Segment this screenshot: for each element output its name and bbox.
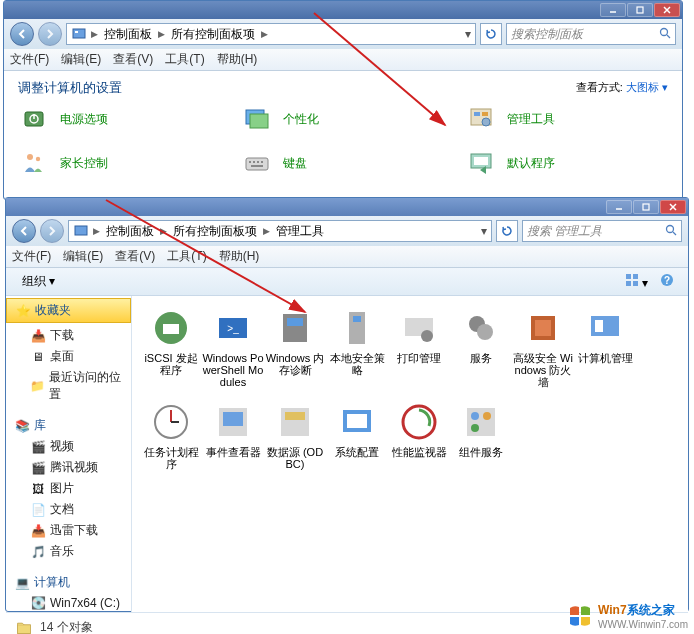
maximize-button[interactable] — [633, 200, 659, 214]
crumb-3[interactable]: 管理工具 — [274, 223, 326, 240]
svg-point-16 — [482, 118, 490, 126]
view-button[interactable]: ▾ — [619, 273, 654, 290]
svg-rect-35 — [633, 274, 638, 279]
file-item[interactable]: 事件查看器 — [202, 400, 264, 470]
svg-rect-47 — [353, 316, 361, 322]
file-item[interactable]: Windows 内存诊断 — [264, 306, 326, 388]
menu-edit[interactable]: 编辑(E) — [61, 51, 101, 68]
file-icon — [335, 400, 379, 444]
svg-rect-64 — [347, 414, 367, 428]
cp-item-personalize[interactable]: 个性化 — [241, 103, 444, 135]
personalize-icon — [241, 103, 273, 135]
menu-help[interactable]: 帮助(H) — [219, 248, 260, 265]
file-icon: >_ — [211, 306, 255, 350]
file-item[interactable]: 性能监视器 — [388, 400, 450, 470]
search-placeholder: 搜索控制面板 — [511, 26, 583, 43]
admintools-icon — [465, 103, 497, 135]
sidebar-item-music[interactable]: 🎵音乐 — [14, 541, 123, 562]
view-label: 查看方式: — [576, 81, 623, 93]
refresh-button[interactable] — [480, 23, 502, 45]
cp-item-keyboard[interactable]: 键盘 — [241, 147, 444, 179]
sidebar-item-desktop[interactable]: 🖥桌面 — [14, 346, 123, 367]
defaultprog-icon — [465, 147, 497, 179]
menu-tools[interactable]: 工具(T) — [167, 248, 206, 265]
file-item[interactable]: 本地安全策略 — [326, 306, 388, 388]
view-mode-link[interactable]: 大图标 ▾ — [626, 81, 668, 93]
forward-button[interactable] — [38, 22, 62, 46]
close-button[interactable] — [660, 200, 686, 214]
sidebar-item-downloads[interactable]: 📥下载 — [14, 325, 123, 346]
maximize-button[interactable] — [627, 3, 653, 17]
svg-rect-1 — [637, 7, 643, 13]
file-item[interactable]: 服务 — [450, 306, 512, 388]
svg-rect-53 — [535, 320, 551, 336]
file-item[interactable]: 任务计划程序 — [140, 400, 202, 470]
back-button[interactable] — [12, 219, 36, 243]
svg-point-6 — [661, 28, 668, 35]
refresh-button[interactable] — [496, 220, 518, 242]
menu-edit[interactable]: 编辑(E) — [63, 248, 103, 265]
menu-help[interactable]: 帮助(H) — [217, 51, 258, 68]
sidebar-item-videos[interactable]: 🎬视频 — [14, 436, 123, 457]
sidebar-item-tencent[interactable]: 🎬腾讯视频 — [14, 457, 123, 478]
cp-item-defaultprog[interactable]: 默认程序 — [465, 147, 668, 179]
status-text: 14 个对象 — [40, 619, 93, 634]
cp-item-power[interactable]: 电源选项 — [18, 103, 221, 135]
file-item[interactable]: 数据源 (ODBC) — [264, 400, 326, 470]
crumb-1[interactable]: 控制面板 — [102, 26, 154, 43]
cp-item-parental[interactable]: 家长控制 — [18, 147, 221, 179]
file-item[interactable]: 系统配置 — [326, 400, 388, 470]
cp-item-admintools[interactable]: 管理工具 — [465, 103, 668, 135]
view-mode-row: 查看方式: 大图标 ▾ — [576, 80, 668, 95]
file-item[interactable]: 组件服务 — [450, 400, 512, 470]
desktop-icon: 🖥 — [30, 349, 46, 365]
file-item[interactable]: iSCSI 发起程序 — [140, 306, 202, 388]
sb-label: 下载 — [50, 327, 74, 344]
menu-view[interactable]: 查看(V) — [113, 51, 153, 68]
breadcrumb[interactable]: ▶ 控制面板 ▶ 所有控制面板项 ▶ 管理工具 ▾ — [68, 220, 492, 242]
cp-label: 个性化 — [283, 111, 319, 128]
file-item[interactable]: 高级安全 Windows 防火墙 — [512, 306, 574, 388]
minimize-button[interactable] — [606, 200, 632, 214]
drive-icon: 💽 — [30, 595, 46, 611]
chevron-right-icon: ▶ — [93, 226, 100, 236]
minimize-button[interactable] — [600, 3, 626, 17]
address-bar: ▶ 控制面板 ▶ 所有控制面板项 ▶ ▾ 搜索控制面板 — [4, 19, 682, 49]
chevron-right-icon: ▶ — [160, 226, 167, 236]
close-button[interactable] — [654, 3, 680, 17]
file-icon — [459, 306, 503, 350]
sb-label: 迅雷下载 — [50, 522, 98, 539]
menu-view[interactable]: 查看(V) — [115, 248, 155, 265]
back-button[interactable] — [10, 22, 34, 46]
svg-point-18 — [36, 157, 40, 161]
breadcrumb[interactable]: ▶ 控制面板 ▶ 所有控制面板项 ▶ ▾ — [66, 23, 476, 45]
parental-icon — [18, 147, 50, 179]
menu-file[interactable]: 文件(F) — [12, 248, 51, 265]
search-input[interactable]: 搜索 管理工具 — [522, 220, 682, 242]
svg-rect-62 — [285, 412, 305, 420]
sidebar-item-recent[interactable]: 📁最近访问的位置 — [14, 367, 123, 405]
menu-file[interactable]: 文件(F) — [10, 51, 49, 68]
file-item[interactable]: >_Windows PowerShell Modules — [202, 306, 264, 388]
sidebar-item-documents[interactable]: 📄文档 — [14, 499, 123, 520]
file-item[interactable]: 计算机管理 — [574, 306, 636, 388]
sidebar-computer[interactable]: 💻计算机 — [14, 572, 123, 593]
search-input[interactable]: 搜索控制面板 — [506, 23, 676, 45]
sidebar-item-pictures[interactable]: 🖼图片 — [14, 478, 123, 499]
sidebar-item-xunlei[interactable]: 📥迅雷下载 — [14, 520, 123, 541]
file-item[interactable]: 打印管理 — [388, 306, 450, 388]
menu-tools[interactable]: 工具(T) — [165, 51, 204, 68]
sidebar-libraries[interactable]: 📚库 — [14, 415, 123, 436]
dropdown-icon[interactable]: ▾ — [481, 224, 487, 238]
file-label: 事件查看器 — [202, 446, 264, 458]
help-button[interactable]: ? — [654, 273, 680, 290]
sidebar-favorites[interactable]: ⭐ 收藏夹 — [6, 298, 131, 323]
organize-button[interactable]: 组织 ▾ — [14, 271, 63, 292]
crumb-2[interactable]: 所有控制面板项 — [169, 26, 257, 43]
dropdown-icon[interactable]: ▾ — [465, 27, 471, 41]
sidebar-item-drive-c[interactable]: 💽Win7x64 (C:) — [14, 593, 123, 612]
crumb-2[interactable]: 所有控制面板项 — [171, 223, 259, 240]
crumb-1[interactable]: 控制面板 — [104, 223, 156, 240]
menu-bar: 文件(F) 编辑(E) 查看(V) 工具(T) 帮助(H) — [6, 246, 688, 268]
forward-button[interactable] — [40, 219, 64, 243]
